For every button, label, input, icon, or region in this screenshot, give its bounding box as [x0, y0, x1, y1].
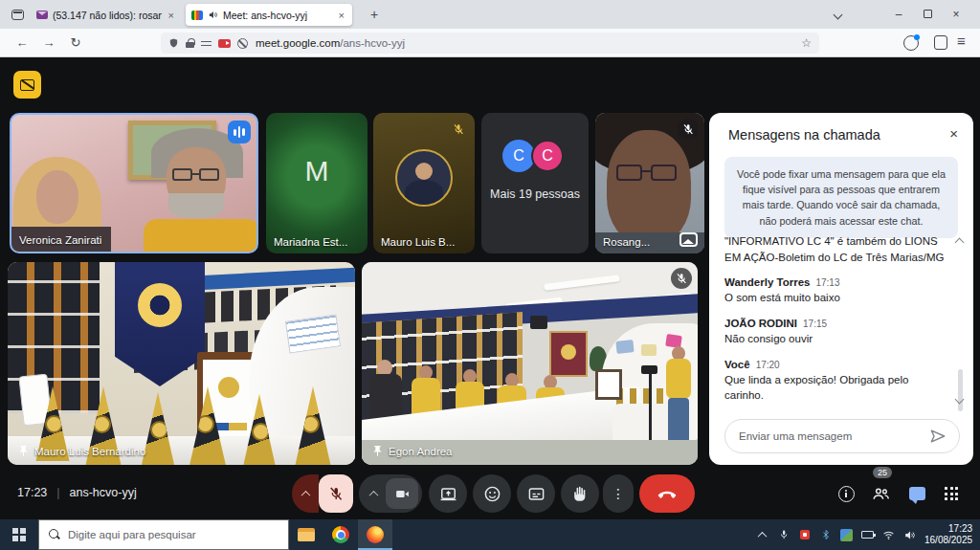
firefox-button[interactable]: [358, 519, 392, 550]
list-tabs-button[interactable]: [823, 8, 852, 21]
chat-panel-title: Mensagens na chamada: [728, 127, 880, 143]
tray-expand-icon[interactable]: [756, 529, 768, 541]
wifi-icon[interactable]: [882, 529, 895, 541]
chat-message-list[interactable]: "INFORMATIVO LC 4" é também do LIONS EM …: [724, 235, 947, 413]
captions-icon: [527, 485, 546, 503]
meeting-meta: 17:23 | ans-hcvo-yyj: [17, 486, 137, 499]
present-button[interactable]: [429, 474, 467, 513]
sidebar-panel-icon[interactable]: [934, 35, 947, 50]
image-blocked-icon: [20, 79, 34, 91]
tile-mauro-small[interactable]: Mauro Luis B...: [373, 113, 475, 253]
scroll-up-icon[interactable]: [956, 239, 963, 246]
taskbar-search[interactable]: Digite aqui para pesquisar: [38, 519, 289, 550]
tile-veronica[interactable]: Veronica Zanirati: [10, 113, 258, 253]
firefox-view-button[interactable]: [6, 5, 29, 24]
tab-meet[interactable]: Meet: ans-hcvo-yyj ×: [186, 4, 352, 26]
bluetooth-icon[interactable]: [819, 529, 832, 541]
close-chat-icon[interactable]: ×: [949, 125, 958, 142]
scroll-down-icon[interactable]: [956, 396, 963, 403]
reload-button[interactable]: ↻: [65, 34, 86, 52]
chat-notice: Você pode fixar uma mensagem para que el…: [724, 157, 958, 238]
tile-more-people[interactable]: C C Mais 19 pessoas: [481, 113, 589, 253]
screen: (53.147 não lidos): rosangelade × Meet: …: [0, 0, 980, 550]
activities-button[interactable]: [940, 482, 963, 505]
pin-icon: [17, 445, 30, 457]
grid-icon: [945, 487, 958, 500]
camera-in-use-icon[interactable]: [218, 39, 231, 48]
chat-message: JOÃO RODINI17:15 Não consigo ouvir: [724, 318, 947, 347]
account-icon[interactable]: [903, 35, 919, 51]
pin-icon: [371, 445, 384, 457]
new-tab-button[interactable]: +: [364, 4, 385, 25]
volume-icon[interactable]: [903, 529, 916, 541]
reactions-button[interactable]: [473, 474, 511, 513]
permissions-icon[interactable]: [201, 39, 212, 48]
end-call-button[interactable]: [639, 474, 695, 513]
more-options-button[interactable]: ⋮: [603, 474, 634, 513]
camera-options-button[interactable]: [369, 490, 379, 499]
tray-recording-icon[interactable]: [798, 529, 811, 541]
lions-banner-small: [549, 331, 588, 377]
tray-clock[interactable]: 17:23 16/08/2025: [924, 523, 972, 546]
chat-input[interactable]: [737, 429, 928, 443]
file-explorer-icon: [298, 528, 315, 541]
tile-egon[interactable]: Egon Andrea: [362, 262, 698, 465]
tab-gmail-title: (53.147 não lidos): rosangelade: [53, 10, 162, 21]
more-people-label: Mais 19 pessoas: [481, 187, 589, 201]
mic-toggle-button[interactable]: [319, 474, 353, 513]
meeting-info-button[interactable]: [835, 482, 858, 505]
scrollbar-thumb[interactable]: [958, 369, 963, 411]
chat-message: "INFORMATIVO LC 4" é também do LIONS EM …: [724, 235, 947, 265]
firefox-view-icon: [11, 10, 24, 20]
minimize-button[interactable]: –: [884, 8, 913, 21]
lock-icon[interactable]: [186, 38, 194, 48]
send-icon[interactable]: [928, 427, 947, 446]
avatar: C: [502, 140, 535, 172]
close-icon[interactable]: ×: [337, 10, 346, 21]
participant-name-row: Mauro Luis Bernardino: [17, 445, 145, 457]
autoplay-blocked-icon[interactable]: [237, 38, 248, 49]
back-button[interactable]: ←: [11, 34, 33, 52]
speaking-indicator-icon: [228, 121, 251, 143]
picture-in-picture-icon[interactable]: [679, 232, 698, 247]
tracking-shield-icon[interactable]: [168, 37, 179, 49]
hand-icon: [571, 485, 590, 503]
forward-button[interactable]: →: [38, 34, 59, 52]
bookmark-star-icon[interactable]: ☆: [801, 36, 812, 50]
captions-button[interactable]: [517, 474, 555, 513]
close-icon[interactable]: ×: [167, 10, 176, 21]
camera-toggle-button[interactable]: [386, 478, 418, 509]
tab-audio-icon[interactable]: [208, 10, 218, 20]
chrome-button[interactable]: [323, 519, 358, 550]
tile-rosangela[interactable]: Rosang...: [595, 113, 704, 253]
taskbar: Digite aqui para pesquisar 17:23 16/08/2…: [0, 519, 980, 550]
url-bar[interactable]: meet.google.com/ans-hcvo-yyj ☆: [161, 33, 819, 54]
start-button[interactable]: [0, 519, 38, 550]
people-count-badge: 25: [873, 467, 892, 478]
tab-gmail[interactable]: (53.147 não lidos): rosangelade ×: [31, 4, 182, 26]
close-window-button[interactable]: ×: [942, 8, 970, 21]
file-explorer-button[interactable]: [289, 519, 323, 550]
info-icon: [838, 486, 855, 502]
menu-button[interactable]: ≡: [957, 33, 966, 49]
tray-app-icon[interactable]: [840, 529, 853, 541]
tray-mic-icon[interactable]: [777, 529, 790, 541]
tile-mauro-big[interactable]: Mauro Luis Bernardino: [8, 262, 355, 465]
camera-group[interactable]: [359, 474, 422, 513]
firefox-icon: [367, 526, 384, 543]
warning-badge[interactable]: [13, 71, 41, 99]
raise-hand-button[interactable]: [561, 474, 599, 513]
chat-icon: [909, 487, 925, 500]
smile-icon: [483, 485, 501, 503]
chat-button[interactable]: [905, 482, 928, 505]
url-text[interactable]: meet.google.com/ans-hcvo-yyj: [256, 37, 801, 49]
avatar-initial: M: [266, 155, 368, 187]
tile-mariadna[interactable]: M Mariadna Est...: [266, 113, 368, 253]
battery-icon[interactable]: [861, 529, 874, 541]
mic-options-button[interactable]: [292, 474, 319, 513]
end-call-icon: [657, 483, 678, 504]
maximize-button[interactable]: [913, 8, 942, 21]
chevron-down-icon: [833, 11, 842, 20]
people-button[interactable]: [869, 482, 892, 505]
participant-name: Egon Andrea: [389, 446, 453, 457]
